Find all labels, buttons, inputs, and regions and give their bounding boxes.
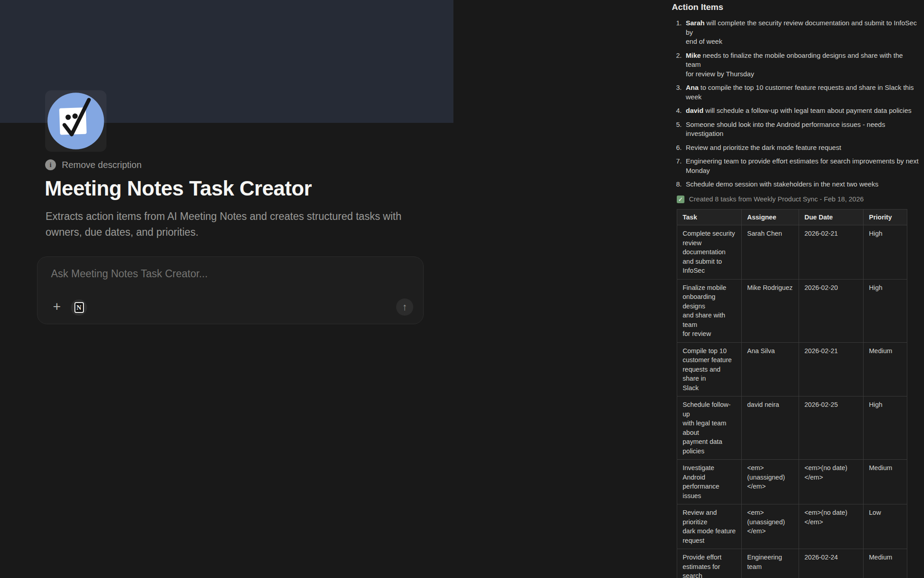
cell-task: Provide effort estimates for search impr… bbox=[677, 549, 742, 578]
action-item: 2. Mike needs to finalize the mobile onb… bbox=[672, 51, 919, 79]
cell-priority: Medium bbox=[864, 342, 907, 396]
action-item-number: 7. bbox=[672, 157, 682, 175]
action-item-number: 4. bbox=[672, 106, 682, 116]
action-item-number: 5. bbox=[672, 120, 682, 139]
cell-assignee: <em>(unassigned) </em> bbox=[742, 504, 799, 549]
action-item-text: Mike needs to finalize the mobile onboar… bbox=[686, 51, 919, 79]
cell-priority: Medium bbox=[864, 549, 907, 578]
cell-due-date: <em>(no date) </em> bbox=[799, 504, 864, 549]
table-row: Provide effort estimates for search impr… bbox=[677, 549, 907, 578]
action-item: 8. Schedule demo session with stakeholde… bbox=[672, 180, 919, 189]
cell-task: Finalize mobile onboarding designs and s… bbox=[677, 279, 742, 342]
cell-due-date: 2026-02-21 bbox=[799, 342, 864, 396]
cell-priority: High bbox=[864, 279, 907, 342]
cell-due-date: 2026-02-20 bbox=[799, 279, 864, 342]
cell-task: Complete security review documentation a… bbox=[677, 225, 742, 280]
action-item-number: 2. bbox=[672, 51, 682, 79]
created-status-text: Created 8 tasks from Weekly Product Sync… bbox=[689, 195, 864, 203]
cell-task: Schedule follow-up with legal team about… bbox=[677, 396, 742, 460]
composer[interactable]: + N ↑ bbox=[37, 256, 424, 324]
agent-avatar[interactable] bbox=[45, 90, 106, 152]
action-item-text: Engineering team to provide effort estim… bbox=[686, 157, 919, 175]
table-row: Complete security review documentation a… bbox=[677, 225, 907, 280]
cell-priority: Medium bbox=[864, 460, 907, 504]
cell-assignee: Engineering team bbox=[742, 549, 799, 578]
info-icon: i bbox=[45, 159, 56, 170]
cell-priority: High bbox=[864, 396, 907, 460]
action-item-text: Schedule demo session with stakeholders … bbox=[686, 180, 878, 189]
table-row: Compile top 10 customer feature requests… bbox=[677, 342, 907, 396]
checkbox-doodle-icon bbox=[47, 92, 105, 150]
action-item-text: david will schedule a follow-up with leg… bbox=[686, 106, 911, 116]
cell-priority: High bbox=[864, 225, 907, 280]
action-item-number: 1. bbox=[672, 19, 682, 47]
table-row: Finalize mobile onboarding designs and s… bbox=[677, 279, 907, 342]
created-status: ✓ Created 8 tasks from Weekly Product Sy… bbox=[677, 195, 919, 203]
panel-heading: Action Items bbox=[672, 2, 919, 12]
page-title: Meeting Notes Task Creator bbox=[45, 176, 312, 200]
action-item: 4. david will schedule a follow-up with … bbox=[672, 106, 919, 116]
cell-task: Investigate Android performance issues bbox=[677, 460, 742, 504]
table-row: Investigate Android performance issues <… bbox=[677, 460, 907, 504]
cell-due-date: 2026-02-24 bbox=[799, 549, 864, 578]
action-item: 1. Sarah will complete the security revi… bbox=[672, 19, 919, 47]
cell-assignee: Mike Rodriguez bbox=[742, 279, 799, 342]
action-items-panel: Action Items 1. Sarah will complete the … bbox=[672, 0, 919, 578]
cell-task: Review and prioritize dark mode feature … bbox=[677, 504, 742, 549]
action-item-text: Review and prioritize the dark mode feat… bbox=[686, 143, 841, 153]
cell-assignee: Ana Silva bbox=[742, 342, 799, 396]
table-header-cell: Due Date bbox=[799, 209, 864, 225]
notion-source-button[interactable]: N bbox=[71, 299, 87, 316]
action-item-number: 3. bbox=[672, 83, 682, 102]
cell-assignee: Sarah Chen bbox=[742, 225, 799, 280]
table-header-cell: Task bbox=[677, 209, 742, 225]
notion-logo-icon: N bbox=[74, 302, 84, 313]
table-header-row: TaskAssigneeDue DatePriority bbox=[677, 209, 907, 225]
cell-due-date: 2026-02-25 bbox=[799, 396, 864, 460]
tasks-table: TaskAssigneeDue DatePriority Complete se… bbox=[677, 209, 907, 578]
action-item: 7. Engineering team to provide effort es… bbox=[672, 157, 919, 175]
action-item-number: 8. bbox=[672, 180, 682, 189]
action-item-text: Ana to compile the top 10 customer featu… bbox=[686, 83, 919, 102]
action-item: 5. Someone should look into the Android … bbox=[672, 120, 919, 139]
remove-description-button[interactable]: i Remove description bbox=[45, 158, 142, 172]
action-item: 3. Ana to compile the top 10 customer fe… bbox=[672, 83, 919, 102]
action-item: 6. Review and prioritize the dark mode f… bbox=[672, 143, 919, 153]
composer-input[interactable] bbox=[51, 268, 403, 280]
cell-assignee: <em>(unassigned) </em> bbox=[742, 460, 799, 504]
cell-priority: Low bbox=[864, 504, 907, 549]
page-description: Extracts action items from AI Meeting No… bbox=[46, 209, 407, 240]
cell-assignee: david neira bbox=[742, 396, 799, 460]
table-header-cell: Assignee bbox=[742, 209, 799, 225]
attach-plus-button[interactable]: + bbox=[49, 299, 65, 315]
send-button[interactable]: ↑ bbox=[396, 298, 413, 316]
action-item-text: Someone should look into the Android per… bbox=[686, 120, 919, 139]
remove-description-label: Remove description bbox=[62, 160, 142, 170]
cell-due-date: 2026-02-21 bbox=[799, 225, 864, 280]
cell-task: Compile top 10 customer feature requests… bbox=[677, 342, 742, 396]
cell-due-date: <em>(no date) </em> bbox=[799, 460, 864, 504]
table-header-cell: Priority bbox=[864, 209, 907, 225]
arrow-up-icon: ↑ bbox=[402, 301, 407, 313]
action-items-list: 1. Sarah will complete the security revi… bbox=[672, 19, 919, 189]
table-row: Review and prioritize dark mode feature … bbox=[677, 504, 907, 549]
action-item-text: Sarah will complete the security review … bbox=[686, 19, 919, 47]
green-check-icon: ✓ bbox=[677, 196, 684, 203]
table-row: Schedule follow-up with legal team about… bbox=[677, 396, 907, 460]
action-item-number: 6. bbox=[672, 143, 682, 153]
